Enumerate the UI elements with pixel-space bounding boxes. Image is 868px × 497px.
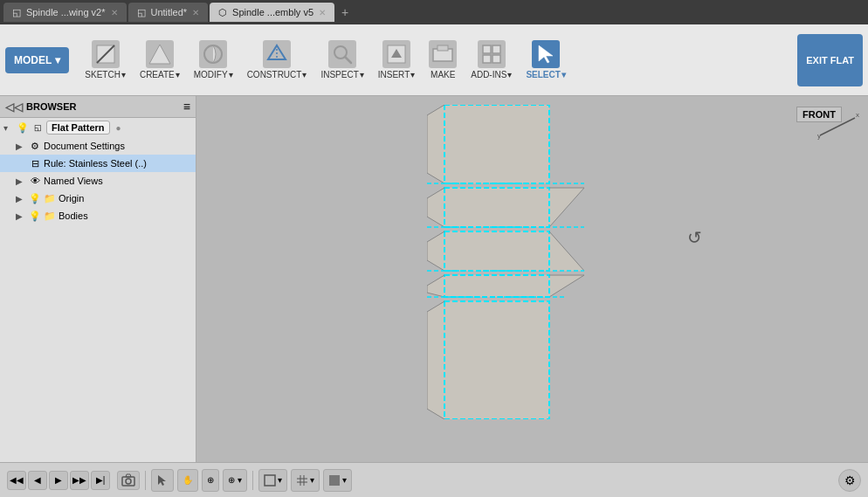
browser-header: ◁◁ BROWSER ≡ [0, 96, 196, 118]
svg-marker-45 [444, 275, 584, 297]
make-icon [429, 40, 457, 68]
svg-marker-29 [427, 188, 444, 227]
tab-untitled[interactable]: ◱ Untitled* ✕ [128, 3, 209, 22]
root-icon: ◱ [31, 121, 44, 134]
camera-icon[interactable] [117, 471, 140, 490]
svg-point-61 [126, 479, 131, 484]
svg-rect-15 [493, 55, 500, 63]
add-tab-button[interactable]: + [336, 5, 354, 19]
nav-last-button[interactable]: ▶| [91, 471, 110, 490]
main-area: ◁◁ BROWSER ≡ ▾ 💡 ◱ Flat Pattern ● ▶ ⚙ Do… [0, 96, 868, 462]
insert-icon [382, 40, 410, 68]
inspect-icon [328, 40, 356, 68]
nav-first-button[interactable]: ◀◀ [7, 471, 26, 490]
browser-menu-button[interactable]: ≡ [183, 100, 190, 114]
addins-label: ADD-INS ▾ [471, 70, 512, 79]
tree-origin[interactable]: ▶ 💡 📁 Origin [0, 190, 196, 207]
bodies-folder-icon: 📁 [44, 210, 56, 222]
svg-line-18 [820, 127, 837, 135]
sketch-label: SKETCH ▾ [85, 70, 126, 79]
viewport[interactable]: FRONT x y ↺ .face { fill: #c8c4 [196, 96, 868, 462]
inspect-label: INSPECT ▾ [320, 70, 363, 79]
browser-collapse-button[interactable]: ◁◁ [5, 100, 23, 114]
doc-settings-arrow[interactable]: ▶ [16, 142, 26, 151]
svg-rect-14 [483, 55, 491, 63]
svg-marker-38 [427, 231, 444, 271]
exit-flat-button[interactable]: EXIT FLAT [797, 34, 863, 86]
bodies-arrow[interactable]: ▶ [16, 211, 26, 221]
playback-controls: ◀◀ ◀ ▶ ▶▶ ▶| [7, 471, 110, 490]
svg-line-17 [837, 118, 855, 127]
named-views-label: Named Views [44, 176, 103, 186]
svg-marker-55 [427, 301, 444, 419]
zoom-tool-button[interactable]: ⊕ [202, 469, 219, 492]
create-button[interactable]: CREATE ▾ [134, 34, 185, 86]
select-label: SELECT ▾ [526, 70, 565, 79]
named-views-arrow[interactable]: ▶ [16, 176, 26, 186]
make-label: MAKE [431, 70, 455, 79]
toolbar: MODEL ▾ SKETCH ▾ CREATE ▾ MODIFY ▾ CONST… [0, 24, 868, 96]
display-mode-button[interactable]: ▾ [258, 469, 287, 492]
svg-rect-12 [483, 45, 491, 53]
cursor-indicator: ↺ [687, 227, 702, 248]
construct-label: CONSTRUCT ▾ [247, 70, 307, 79]
tree-bodies[interactable]: ▶ 💡 📁 Bodies [0, 207, 196, 224]
flat-pattern-label: Flat Pattern [46, 121, 110, 135]
tab-close-embly[interactable]: ✕ [319, 8, 326, 17]
construct-button[interactable]: CONSTRUCT ▾ [242, 34, 313, 86]
gear-icon: ⚙ [29, 140, 41, 152]
tree-rule-item[interactable]: ⊟ Rule: Stainless Steel (..) [0, 155, 196, 172]
select-button[interactable]: SELECT ▾ [520, 34, 570, 86]
svg-rect-71 [329, 480, 334, 486]
insert-label: INSERT ▾ [378, 70, 416, 79]
tree-root-item[interactable]: ▾ 💡 ◱ Flat Pattern ● [0, 118, 196, 137]
svg-rect-64 [265, 475, 275, 486]
statusbar-sep-1 [145, 471, 146, 490]
sketch-button[interactable]: SKETCH ▾ [79, 34, 131, 86]
tree-named-views[interactable]: ▶ 👁 Named Views [0, 172, 196, 190]
tree-doc-settings[interactable]: ▶ ⚙ Document Settings [0, 137, 196, 155]
tab-icon-embly: ⬡ [218, 7, 227, 18]
flat-pattern-toggle[interactable]: ● [116, 123, 121, 133]
svg-rect-13 [493, 45, 500, 53]
model-button[interactable]: MODEL ▾ [5, 47, 69, 73]
pan-tool-button[interactable]: ✋ [177, 469, 198, 492]
modify-button[interactable]: MODIFY ▾ [189, 34, 238, 86]
grid-button[interactable]: ▾ [291, 469, 320, 492]
snap-button[interactable]: ▾ [323, 469, 352, 492]
nav-play-button[interactable]: ▶ [49, 471, 68, 490]
svg-rect-69 [329, 475, 334, 480]
construct-icon [263, 40, 291, 68]
nav-prev-button[interactable]: ◀ [28, 471, 47, 490]
tab-close-wing[interactable]: ✕ [111, 8, 118, 17]
bulb-icon-bodies: 💡 [29, 210, 41, 222]
tab-close-untitled[interactable]: ✕ [192, 8, 199, 17]
modify-label: MODIFY ▾ [194, 70, 233, 79]
zoom-fit-button[interactable]: ⊕ ▾ [223, 469, 247, 492]
insert-button[interactable]: INSERT ▾ [373, 34, 421, 86]
statusbar: ◀◀ ◀ ▶ ▶▶ ▶| ✋ ⊕ ⊕ ▾ ▾ ▾ ▾ ⚙ [0, 462, 868, 497]
svg-marker-22 [427, 105, 444, 183]
flat-pattern-shape: .face { fill: #c8c4bc; stroke: none; } .… [427, 105, 619, 419]
axis-indicator: x y [816, 105, 859, 148]
root-expand-arrow[interactable]: ▾ [3, 123, 14, 133]
tab-spindle-wing[interactable]: ◱ Spindle ...wing v2* ✕ [3, 3, 127, 22]
cursor-tool-button[interactable] [151, 469, 174, 492]
settings-button[interactable]: ⚙ [838, 469, 861, 492]
browser-title: BROWSER [26, 101, 76, 112]
svg-marker-54 [444, 301, 549, 419]
origin-folder-icon: 📁 [44, 192, 56, 204]
svg-rect-70 [334, 475, 340, 480]
make-button[interactable]: MAKE [424, 34, 462, 86]
inspect-button[interactable]: INSPECT ▾ [315, 34, 369, 86]
nav-next-button[interactable]: ▶▶ [70, 471, 89, 490]
addins-button[interactable]: ADD-INS ▾ [465, 34, 517, 86]
sketch-icon [92, 40, 120, 68]
statusbar-sep-2 [252, 471, 253, 490]
modify-icon [199, 40, 227, 68]
svg-rect-11 [437, 45, 448, 51]
origin-arrow[interactable]: ▶ [16, 194, 26, 204]
rule-icon: ⊟ [29, 157, 41, 169]
select-icon [532, 40, 560, 68]
tab-spindle-embly[interactable]: ⬡ Spindle ...embly v5 ✕ [210, 3, 334, 22]
